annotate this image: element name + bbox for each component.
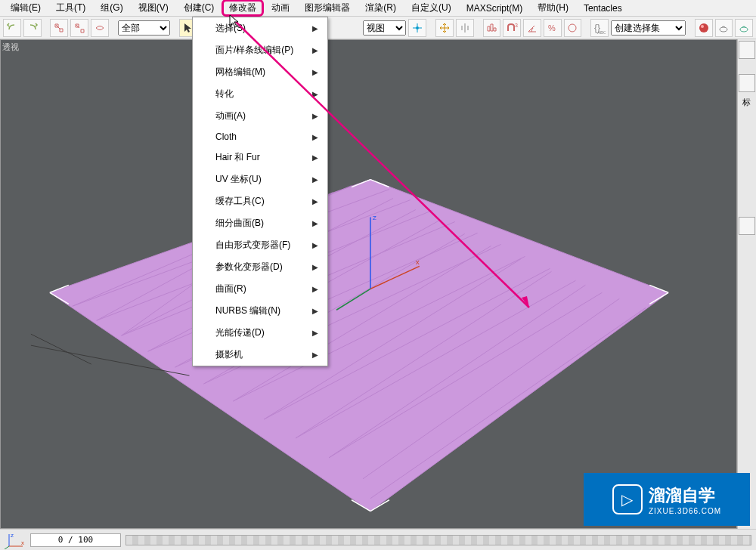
reference-coord-dropdown[interactable]: 视图: [363, 20, 406, 36]
menu-convert[interactable]: 转化▶: [193, 83, 327, 105]
svg-point-7: [569, 24, 576, 32]
menu-graph-editors[interactable]: 图形编辑器: [297, 0, 358, 16]
submenu-arrow-icon: ▶: [312, 90, 318, 98]
menu-cloth[interactable]: Cloth▶: [193, 127, 327, 147]
menu-maxscript[interactable]: MAXScript(M): [459, 2, 531, 15]
render-setup-button[interactable]: [715, 19, 733, 37]
mouse-cursor-icon: [228, 14, 240, 29]
move-icon: [438, 22, 451, 34]
undo-button[interactable]: [3, 19, 21, 37]
submenu-arrow-icon: ▶: [312, 307, 318, 315]
menu-item-label: UV 坐标(U): [215, 173, 262, 186]
menu-item-label: Cloth: [215, 131, 237, 142]
menu-help[interactable]: 帮助(H): [530, 0, 576, 16]
submenu-arrow-icon: ▶: [312, 241, 318, 249]
menu-item-label: 自由形式变形器(F): [215, 239, 290, 252]
modifiers-dropdown: 选择(S)▶ 面片/样条线编辑(P)▶ 网格编辑(M)▶ 转化▶ 动画(A)▶ …: [192, 17, 328, 366]
svg-text:%: %: [548, 23, 556, 32]
bind-button[interactable]: [91, 19, 109, 37]
redo-button[interactable]: [23, 19, 42, 37]
menu-nurbs-edit[interactable]: NURBS 编辑(N)▶: [193, 300, 327, 322]
menu-mesh-edit[interactable]: 网格编辑(M)▶: [193, 61, 327, 83]
axis-z-label: z: [373, 213, 376, 221]
braces-icon: {}ABC: [593, 22, 606, 34]
redo-icon: [26, 22, 39, 34]
menu-render[interactable]: 渲染(R): [358, 0, 404, 16]
svg-point-13: [740, 27, 748, 32]
svg-line-49: [5, 546, 9, 549]
menu-hair-fur[interactable]: Hair 和 Fur▶: [193, 147, 327, 168]
menu-cache-tools[interactable]: 缓存工具(C)▶: [193, 190, 327, 212]
menu-radiosity[interactable]: 光能传递(D)▶: [193, 322, 327, 344]
submenu-arrow-icon: ▶: [312, 219, 318, 227]
svg-marker-14: [50, 180, 668, 511]
svg-line-39: [31, 334, 91, 364]
create-tab[interactable]: [739, 41, 755, 59]
named-sets-button[interactable]: {}ABC: [590, 19, 609, 37]
spinner-snap-button[interactable]: [564, 19, 582, 37]
menu-uv-coord[interactable]: UV 坐标(U)▶: [193, 168, 327, 190]
hierarchy-tab[interactable]: [739, 217, 755, 235]
menu-view[interactable]: 视图(V): [131, 0, 176, 16]
menu-subdiv-surface[interactable]: 细分曲面(B)▶: [193, 212, 327, 234]
menu-tentacles[interactable]: Tentacles: [576, 2, 630, 15]
material-editor-button[interactable]: [695, 19, 713, 37]
menu-item-label: 面片/样条线编辑(P): [215, 44, 293, 57]
named-selection-dropdown[interactable]: 创建选择集: [611, 20, 686, 36]
submenu-arrow-icon: ▶: [312, 175, 318, 184]
link-button[interactable]: [50, 19, 68, 37]
mirror-button[interactable]: [456, 19, 474, 37]
snap-button[interactable]: 3: [503, 19, 521, 37]
teapot-icon: [717, 22, 730, 34]
teapot-render-icon: [738, 22, 750, 34]
menu-cameras[interactable]: 摄影机▶: [193, 344, 327, 366]
unlink-icon: [73, 22, 85, 34]
angle-snap-button[interactable]: [523, 19, 541, 37]
menu-freeform-deform[interactable]: 自由形式变形器(F)▶: [193, 234, 327, 256]
svg-text:x: x: [21, 539, 24, 546]
menu-item-label: Hair 和 Fur: [215, 151, 260, 164]
viewport-scene: z x: [1, 40, 736, 529]
track-bar[interactable]: [125, 535, 751, 545]
select-move-button[interactable]: [435, 19, 454, 37]
percent-snap-button[interactable]: %: [544, 19, 562, 37]
menu-create[interactable]: 创建(C): [176, 0, 222, 16]
menu-item-label: 参数化变形器(D): [215, 261, 283, 273]
unlink-button[interactable]: [70, 19, 88, 37]
menu-group[interactable]: 组(G): [93, 0, 130, 16]
menu-edit[interactable]: 编辑(E): [3, 0, 48, 16]
submenu-arrow-icon: ▶: [312, 68, 318, 76]
align-button[interactable]: [483, 19, 501, 37]
modify-tab[interactable]: [739, 74, 755, 92]
percent-icon: %: [547, 22, 559, 34]
watermark-subtitle: ZIXUE.3D66.COM: [649, 507, 721, 515]
svg-text:3: 3: [515, 23, 518, 28]
menu-animation-mod[interactable]: 动画(A)▶: [193, 105, 327, 127]
menu-item-label: 网格编辑(M): [215, 66, 265, 79]
render-button[interactable]: [735, 19, 753, 37]
time-slider[interactable]: 0 / 100: [30, 533, 121, 547]
menu-param-deform[interactable]: 参数化变形器(D)▶: [193, 256, 327, 278]
menu-surface[interactable]: 曲面(R)▶: [193, 278, 327, 300]
menu-customize[interactable]: 自定义(U): [404, 0, 459, 16]
menu-patch-spline-edit[interactable]: 面片/样条线编辑(P)▶: [193, 39, 327, 61]
menu-tools[interactable]: 工具(T): [48, 0, 93, 16]
menu-animation[interactable]: 动画: [264, 0, 297, 16]
viewport[interactable]: 透视: [0, 39, 737, 529]
submenu-arrow-icon: ▶: [312, 112, 318, 120]
submenu-arrow-icon: ▶: [312, 329, 318, 337]
menu-selection[interactable]: 选择(S)▶: [193, 17, 327, 39]
submenu-arrow-icon: ▶: [312, 133, 318, 141]
svg-point-10: [699, 23, 708, 32]
menu-item-label: 光能传递(D): [215, 326, 265, 339]
mirror-icon: [459, 22, 471, 34]
menu-item-label: 缓存工具(C): [215, 195, 265, 208]
pivot-button[interactable]: [408, 19, 426, 37]
submenu-arrow-icon: ▶: [312, 351, 318, 359]
world-axis-icon: zx: [5, 531, 26, 549]
selection-filter-dropdown[interactable]: 全部: [118, 20, 170, 36]
submenu-arrow-icon: ▶: [312, 197, 318, 205]
spinner-snap-icon: [566, 22, 578, 34]
main-toolbar: 全部 视图 3 % {}ABC 创建选择集: [0, 17, 756, 39]
svg-text:ABC: ABC: [597, 30, 606, 34]
